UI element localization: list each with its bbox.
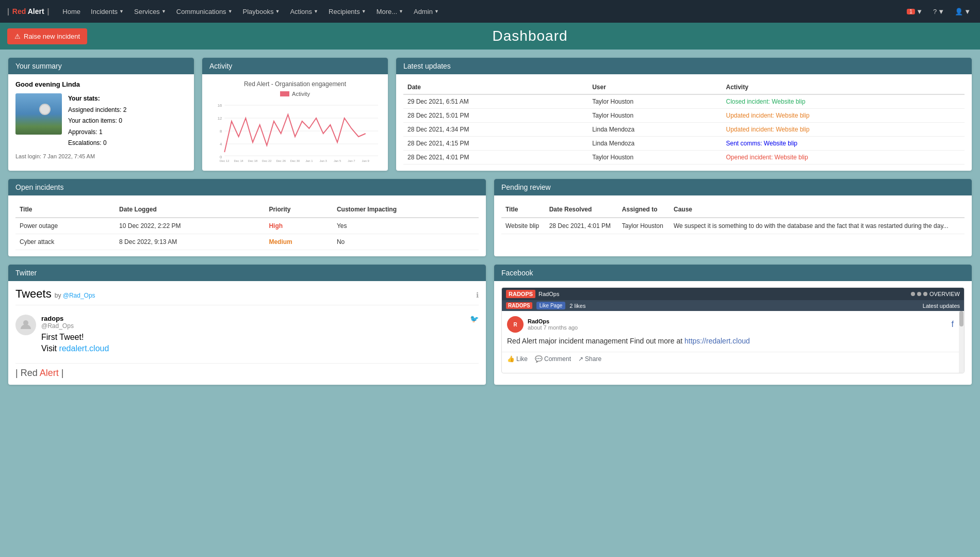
update-user: Taylor Houston <box>588 94 722 109</box>
activity-body: Red Alert - Organisation engagement Acti… <box>202 74 388 168</box>
fb-comment-action[interactable]: 💬 Comment <box>535 355 571 363</box>
fb-share-action[interactable]: ↗ Share <box>578 355 601 363</box>
facebook-mock: RADOPS RadOps OVERVIEW RADOPS <box>501 287 965 373</box>
nav-playbooks[interactable]: Playbooks ▼ <box>239 6 284 18</box>
user-button[interactable]: 👤 ▼ <box>952 6 974 18</box>
incidents-table: Title Date Logged Priority Customer Impa… <box>15 202 479 250</box>
open-incidents-body: Title Date Logged Priority Customer Impa… <box>8 195 486 256</box>
facebook-header: Facebook <box>494 265 972 281</box>
update-date: 29 Dec 2021, 6:51 AM <box>403 94 588 109</box>
nav-admin[interactable]: Admin ▼ <box>410 6 443 18</box>
updates-col-user: User <box>588 80 722 94</box>
svg-text:Dec 14: Dec 14 <box>234 159 243 162</box>
tweet-username: radops <box>41 315 109 322</box>
update-activity[interactable]: Sent comms: Website blip <box>722 137 965 151</box>
legend-color <box>280 91 289 96</box>
update-date: 28 Dec 2021, 4:15 PM <box>403 137 588 151</box>
nav-services-arrow: ▼ <box>161 9 166 14</box>
notification-button[interactable]: 1 ▼ <box>904 6 926 18</box>
svg-text:16: 16 <box>218 103 222 108</box>
tweets-handle[interactable]: @Rad_Ops <box>63 292 95 299</box>
fb-like-action[interactable]: 👍 Like <box>507 355 528 363</box>
help-button[interactable]: ? ▼ <box>930 6 948 18</box>
info-icon[interactable]: ℹ <box>476 291 479 299</box>
tweet-link[interactable]: redalert.cloud <box>59 344 109 353</box>
update-activity[interactable]: Opened incident: Website blip <box>722 151 965 165</box>
pending-review-card: Pending review Title Date Resolved Assig… <box>494 179 972 256</box>
table-row: 28 Dec 2021, 4:15 PM Linda Mendoza Sent … <box>403 137 965 151</box>
nav-recipients[interactable]: Recipients ▼ <box>324 6 370 18</box>
svg-text:Jan 9: Jan 9 <box>362 159 369 162</box>
twitter-body: Tweets by @Rad_Ops ℹ radops @Rad_Ops <box>8 281 486 385</box>
table-row: 28 Dec 2021, 5:01 PM Taylor Houston Upda… <box>403 109 965 123</box>
update-activity[interactable]: Updated incident: Website blip <box>722 109 965 123</box>
fb-likes-count: 2 likes <box>569 303 585 309</box>
action-items: Your action items: 0 <box>68 116 126 127</box>
inc-date: 10 Dec 2022, 2:22 PM <box>115 218 265 234</box>
nav-more-arrow: ▼ <box>399 9 403 14</box>
raise-incident-button[interactable]: ⚠ Raise new incident <box>7 28 87 44</box>
fb-like-page-button[interactable]: Like Page <box>536 302 565 309</box>
activity-header: Activity <box>202 58 388 74</box>
help-icon: ? <box>933 8 937 15</box>
fb-radops-badge: RADOPS <box>506 302 532 309</box>
pending-title: Website blip <box>501 218 545 234</box>
help-arrow: ▼ <box>938 8 944 15</box>
fb-controls: OVERVIEW <box>911 291 960 297</box>
svg-text:Jan 1: Jan 1 <box>305 159 313 162</box>
fb-post-meta: RadOps about 7 months ago <box>528 318 578 331</box>
notification-badge: 1 <box>907 9 915 14</box>
update-activity[interactable]: Closed incident: Website blip <box>722 94 965 109</box>
tweet-avatar <box>15 315 36 335</box>
legend-label: Activity <box>292 91 310 97</box>
warning-icon: ⚠ <box>14 32 21 40</box>
nav-communications[interactable]: Communications ▼ <box>172 6 237 18</box>
chart-legend: Activity <box>209 91 381 97</box>
main-content: Your summary Good evening Linda Your sta… <box>0 50 980 393</box>
tweet-preview: | Red Alert | <box>15 363 479 379</box>
fb-post-link[interactable]: https://redalert.cloud <box>684 337 750 345</box>
update-user: Linda Mendoza <box>588 137 722 151</box>
pending-review-header: Pending review <box>494 179 972 195</box>
nav-incidents[interactable]: Incidents ▼ <box>87 6 128 18</box>
avatar-moon <box>39 104 51 115</box>
fb-brand-logo: RADOPS <box>506 290 535 298</box>
fb-overview-label: OVERVIEW <box>929 291 960 297</box>
update-activity[interactable]: Updated incident: Website blip <box>722 123 965 137</box>
open-incidents-card: Open incidents Title Date Logged Priorit… <box>8 179 486 256</box>
fb-post-header: R RadOps about 7 months ago f <box>507 316 954 333</box>
user-icon: 👤 <box>955 8 963 15</box>
nav-services[interactable]: Services ▼ <box>130 6 170 18</box>
svg-text:Dec 12: Dec 12 <box>220 159 229 162</box>
fb-latest-updates-label: Latest updates <box>923 303 960 309</box>
svg-text:Jan 5: Jan 5 <box>334 159 341 162</box>
svg-text:Jan 7: Jan 7 <box>348 159 355 162</box>
pending-col-date: Date Resolved <box>545 202 618 218</box>
svg-text:4: 4 <box>220 142 222 146</box>
pending-cause: We suspect it is something to do with th… <box>669 218 965 234</box>
fb-post-avatar: R <box>507 316 524 333</box>
fb-scrollbar[interactable] <box>959 311 964 373</box>
navbar: | Red Alert | Home Incidents ▼ Services … <box>0 0 980 23</box>
summary-stats: Your stats: Assigned incidents: 2 Your a… <box>68 93 126 149</box>
updates-col-date: Date <box>403 80 588 94</box>
fb-page-name: RadOps <box>538 291 559 297</box>
notification-arrow: ▼ <box>916 8 923 15</box>
nav-home[interactable]: Home <box>58 6 85 18</box>
facebook-card: Facebook RADOPS RadOps OVERVIEW <box>494 265 972 385</box>
svg-text:Dec 30: Dec 30 <box>290 159 300 162</box>
nav-incidents-arrow: ▼ <box>119 9 124 14</box>
table-row: 28 Dec 2021, 4:34 PM Linda Mendoza Updat… <box>403 123 965 137</box>
inc-col-date: Date Logged <box>115 202 265 218</box>
nav-actions[interactable]: Actions ▼ <box>286 6 322 18</box>
latest-updates-body: Date User Activity 29 Dec 2021, 6:51 AM … <box>396 74 972 171</box>
activity-chart-area: 0 4 8 12 16 Dec 12 Dec 14 Dec 18 Dec 22 <box>209 100 381 162</box>
activity-chart: 0 4 8 12 16 Dec 12 Dec 14 Dec 18 Dec 22 <box>209 100 381 162</box>
pending-table: Title Date Resolved Assigned to Cause We… <box>501 202 965 234</box>
twitter-header: Twitter <box>8 265 486 281</box>
table-row: Website blip 28 Dec 2021, 4:01 PM Taylor… <box>501 218 965 234</box>
nav-admin-arrow: ▼ <box>434 9 439 14</box>
svg-text:Dec 18: Dec 18 <box>248 159 258 162</box>
twitter-title-area: Tweets by @Rad_Ops ℹ <box>15 287 479 301</box>
nav-more[interactable]: More... ▼ <box>372 6 407 18</box>
